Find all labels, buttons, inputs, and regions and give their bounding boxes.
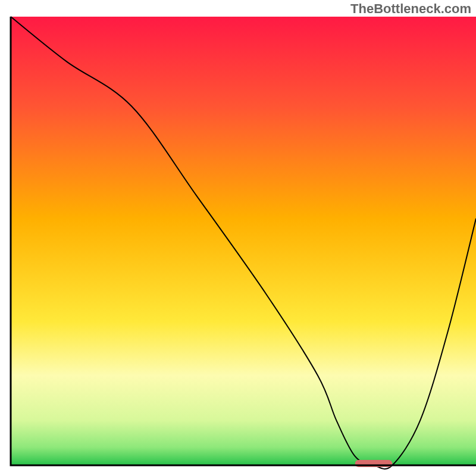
watermark-text: TheBottleneck.com [350,1,471,17]
bottleneck-chart: TheBottleneck.com [0,0,476,476]
plot-background [11,17,476,465]
chart-svg [0,0,476,476]
